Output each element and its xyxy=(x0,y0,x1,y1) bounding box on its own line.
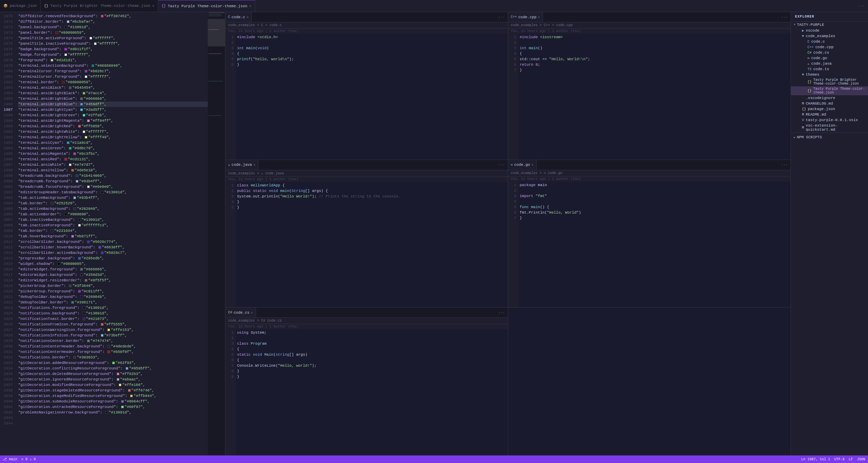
tab-package-json[interactable]: 📦 package.json xyxy=(0,0,41,12)
status-branch[interactable]: ⎇ main xyxy=(3,457,17,461)
cpp-file-icon: C++ xyxy=(807,45,814,49)
code-line-1981: "terminalCursor.foreground": "#ffffff", xyxy=(18,74,208,79)
editor-cs-code[interactable]: using System; class Program { static voi… xyxy=(236,329,508,455)
code-line-1984: "terminal.ansiBrightBlack": "#7acc4", xyxy=(18,90,208,96)
tab-overflow-menu[interactable]: ··· xyxy=(854,4,868,8)
tab-tasty-brighter[interactable]: {} Tasty Purple Brighter Theme-color-the… xyxy=(41,0,158,12)
sidebar-item-code-ts[interactable]: TS code.ts xyxy=(791,66,868,72)
editor-cpp-body[interactable]: 1234567 #include <iostream> int main() {… xyxy=(508,34,791,160)
code-line-2001: "breadcrumb.focusForeground": "#e0e0e0", xyxy=(18,184,208,190)
editor-java-menu[interactable]: ··· xyxy=(498,163,505,167)
tasty-color-icon: {} xyxy=(162,4,166,8)
tab-close-go[interactable]: ✕ xyxy=(532,163,534,167)
tasty-color-label: Tasty Purple Theme-color-theme.json xyxy=(813,87,865,95)
java-file-icon: ☕ xyxy=(228,163,230,167)
sidebar-item-tasty-color[interactable]: {} Tasty Purple Theme-color-theme.json xyxy=(791,86,868,95)
code-line-2027: "notificationsWarningIcon.foreground": "… xyxy=(18,327,208,333)
code-line-1986: "terminal.ansiBrightBlue": "#459dff", xyxy=(18,101,208,107)
code-line-2007: "tab.inactiveBackground": "#13091d", xyxy=(18,217,208,223)
status-errors[interactable]: ✕ 0 ⚠ 0 xyxy=(21,457,36,461)
status-language[interactable]: JSON xyxy=(857,457,865,461)
editor-cpp-menu[interactable]: ··· xyxy=(781,15,788,19)
sidebar-item-changelog[interactable]: M CHANGELOG.md xyxy=(791,101,868,106)
explorer-title-text: EXPLORER xyxy=(795,15,814,19)
code-line-1995: "terminal.ansiMagenta": "#bc3fbc", xyxy=(18,151,208,157)
editor-go-tab[interactable]: ∞ code.go ✕ xyxy=(508,160,537,170)
code-line-1989: "terminal.ansiBrightMagenta": "#ff84ff", xyxy=(18,118,208,123)
status-position[interactable]: Ln 1987, Col 1 xyxy=(801,457,830,461)
tasty-brighter-label: Tasty Purple Brighter Theme-color-theme.… xyxy=(813,78,865,86)
editor-cs-body[interactable]: 123456789 using System; class Program { … xyxy=(225,329,508,455)
editor-go-info: You, 13 hours ago | 1 author (You) xyxy=(508,176,791,182)
npm-scripts-header[interactable]: ▶ NPM SCRIPTS xyxy=(791,134,868,140)
editor-cs-tab[interactable]: C# code.cs ✕ xyxy=(225,308,256,317)
c-line-6: } xyxy=(237,62,508,67)
line-num-2034: 2034 xyxy=(0,366,13,371)
tab-close-java[interactable]: ✕ xyxy=(253,163,255,167)
line-num-2044: 2044 xyxy=(0,421,13,426)
editor-cpp-line-nums: 1234567 xyxy=(508,34,518,160)
sidebar-item-readme[interactable]: M README.md xyxy=(791,112,868,117)
sidebar-item-tasty-brighter[interactable]: {} Tasty Purple Brighter Theme-color-the… xyxy=(791,77,868,86)
line-num-1985: 1985 xyxy=(0,96,13,101)
sidebar-item-code-go[interactable]: ∞ code.go xyxy=(791,55,868,61)
editor-cpp-code[interactable]: #include <iostream> int main() { std::co… xyxy=(518,34,791,160)
line-num-1978: 1978 xyxy=(0,57,13,63)
explorer-tree[interactable]: ▼ TASTY-PURPLE ▶ vscode ▼ code_examples … xyxy=(791,22,868,455)
status-encoding[interactable]: UTF-8 xyxy=(834,457,845,461)
go-line-1: package main xyxy=(520,182,791,188)
editor-java-code[interactable]: class HelloWorldApp { public static void… xyxy=(236,182,508,308)
sidebar-item-code-examples[interactable]: ▼ code_examples xyxy=(791,33,868,39)
sidebar-item-vscodeignore[interactable]: · .vscodeignore xyxy=(791,95,868,101)
sidebar-item-code-java[interactable]: ☕ code.java xyxy=(791,61,868,66)
sidebar-item-themes[interactable]: ▼ themes xyxy=(791,72,868,77)
editor-go: ∞ code.go ✕ ··· code_examples > ∞ code.g… xyxy=(508,160,791,308)
java-line-3: System.out.println("Hello World!"); // P… xyxy=(237,194,508,199)
code-line-2029: "notificationsCenter.border": "#747474", xyxy=(18,338,208,344)
editor-go-code[interactable]: package main import "fmt" func main() { … xyxy=(518,182,791,308)
sidebar-item-quickstart[interactable]: M vsc-extension-quickstart.md xyxy=(791,123,868,132)
line-num-2025: 2025 xyxy=(0,316,13,322)
tab-close-tasty-brighter[interactable]: ✕ xyxy=(152,4,154,8)
editor-java-tab[interactable]: ☕ code.java ✕ xyxy=(225,160,258,170)
editor-c-line-nums: 123456 xyxy=(225,34,236,160)
code-line-2031: "notificationCenterHeader.foreground": "… xyxy=(18,349,208,355)
json-code-content[interactable]: "diffEditor.removedTextBackground": "#ff… xyxy=(15,12,208,455)
status-line-ending[interactable]: LF xyxy=(849,457,853,461)
editor-go-menu[interactable]: ··· xyxy=(781,163,788,167)
java-line-5: } xyxy=(237,205,508,210)
tab-tasty-color[interactable]: {} Tasty Purple Theme-color-theme.json ✕ xyxy=(158,0,255,12)
md-file-icon: M xyxy=(802,113,804,117)
editor-c-tab[interactable]: C code.c ✕ xyxy=(225,12,252,22)
sidebar-item-code-cpp[interactable]: C++ code.cpp xyxy=(791,44,868,50)
sidebar-item-vsix[interactable]: V tasty-purple-0.0.1.vsix xyxy=(791,117,868,123)
tab-close-c[interactable]: ✕ xyxy=(247,15,249,19)
sidebar-item-vscode[interactable]: ▶ vscode xyxy=(791,28,868,33)
tab-close-cpp[interactable]: ✕ xyxy=(538,15,540,19)
tab-label-tasty-color: Tasty Purple Theme-color-theme.json xyxy=(168,4,247,8)
editor-c-menu[interactable]: ··· xyxy=(498,15,505,19)
svg-rect-0 xyxy=(208,12,224,13)
sidebar-item-code-cs[interactable]: C# code.cs xyxy=(791,50,868,55)
editor-go-author-info: You, 13 hours ago | 1 author (You) xyxy=(511,177,581,181)
editor-c-author-info: You, 13 hours ago | 1 author (You) xyxy=(228,29,298,33)
cs-line-6: { xyxy=(237,357,508,363)
line-num-1974: 1974 xyxy=(0,35,13,41)
c-line-1: #include <stdio.h> xyxy=(237,34,508,40)
cs-line-7: Console.WriteLine("Hello, world!"); xyxy=(237,363,508,368)
editor-cs-menu[interactable]: ··· xyxy=(498,311,505,315)
line-num-2010: 2010 xyxy=(0,234,13,239)
editor-java-body[interactable]: 12345 class HelloWorldApp { public stati… xyxy=(225,182,508,308)
minimap[interactable] xyxy=(208,12,225,455)
code-line-2039: "gitDecoration.stageModifiedResourceFore… xyxy=(18,393,208,399)
sidebar-item-code-c[interactable]: C code.c xyxy=(791,39,868,44)
editor-c-code[interactable]: #include <stdio.h> int main(void) { prin… xyxy=(236,34,508,160)
tab-close-tasty-color[interactable]: ✕ xyxy=(249,4,251,8)
editor-c-body[interactable]: 123456 #include <stdio.h> int main(void)… xyxy=(225,34,508,160)
editor-cpp-tab[interactable]: C++ code.cpp ✕ xyxy=(508,12,543,22)
editor-go-body[interactable]: 1234567 package main import "fmt" func m… xyxy=(508,182,791,308)
explorer-workspace-root[interactable]: ▼ TASTY-PURPLE xyxy=(791,22,868,28)
c-file-icon: C xyxy=(807,40,810,44)
tab-close-cs[interactable]: ✕ xyxy=(251,311,253,315)
sidebar-item-package-json[interactable]: {} package.json xyxy=(791,106,868,112)
